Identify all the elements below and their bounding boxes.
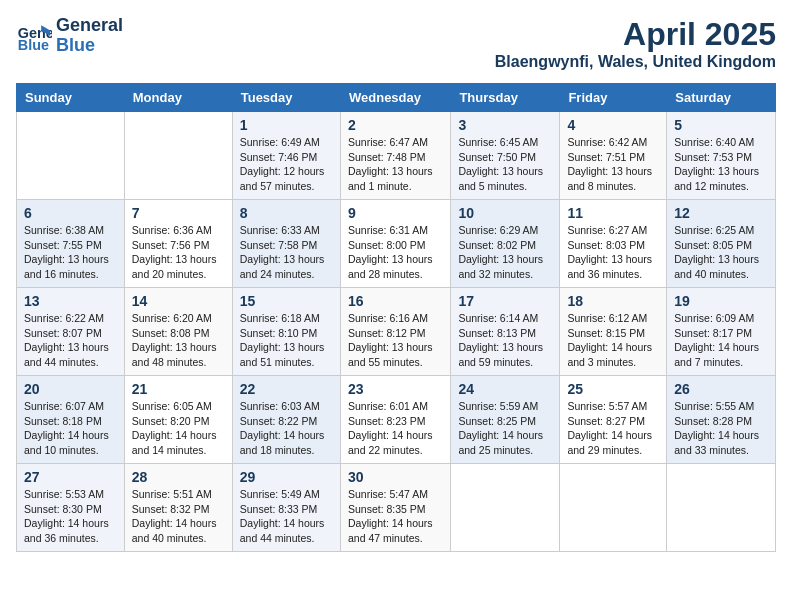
calendar-cell: 30Sunrise: 5:47 AM Sunset: 8:35 PM Dayli… (340, 464, 450, 552)
day-number: 20 (24, 381, 117, 397)
day-number: 24 (458, 381, 552, 397)
day-number: 11 (567, 205, 659, 221)
calendar-cell: 4Sunrise: 6:42 AM Sunset: 7:51 PM Daylig… (560, 112, 667, 200)
calendar-week-5: 27Sunrise: 5:53 AM Sunset: 8:30 PM Dayli… (17, 464, 776, 552)
calendar-cell: 20Sunrise: 6:07 AM Sunset: 8:18 PM Dayli… (17, 376, 125, 464)
day-number: 8 (240, 205, 333, 221)
weekday-header-thursday: Thursday (451, 84, 560, 112)
calendar-cell: 5Sunrise: 6:40 AM Sunset: 7:53 PM Daylig… (667, 112, 776, 200)
title-block: April 2025 Blaengwynfi, Wales, United Ki… (495, 16, 776, 71)
calendar-cell: 12Sunrise: 6:25 AM Sunset: 8:05 PM Dayli… (667, 200, 776, 288)
calendar-cell: 21Sunrise: 6:05 AM Sunset: 8:20 PM Dayli… (124, 376, 232, 464)
day-number: 13 (24, 293, 117, 309)
calendar-cell: 25Sunrise: 5:57 AM Sunset: 8:27 PM Dayli… (560, 376, 667, 464)
day-number: 15 (240, 293, 333, 309)
day-info: Sunrise: 5:53 AM Sunset: 8:30 PM Dayligh… (24, 487, 117, 546)
calendar-cell: 18Sunrise: 6:12 AM Sunset: 8:15 PM Dayli… (560, 288, 667, 376)
weekday-header-saturday: Saturday (667, 84, 776, 112)
calendar-cell: 17Sunrise: 6:14 AM Sunset: 8:13 PM Dayli… (451, 288, 560, 376)
day-info: Sunrise: 6:07 AM Sunset: 8:18 PM Dayligh… (24, 399, 117, 458)
day-number: 16 (348, 293, 443, 309)
calendar-cell (560, 464, 667, 552)
day-info: Sunrise: 5:59 AM Sunset: 8:25 PM Dayligh… (458, 399, 552, 458)
day-number: 1 (240, 117, 333, 133)
calendar-cell: 10Sunrise: 6:29 AM Sunset: 8:02 PM Dayli… (451, 200, 560, 288)
day-number: 14 (132, 293, 225, 309)
day-info: Sunrise: 6:16 AM Sunset: 8:12 PM Dayligh… (348, 311, 443, 370)
day-info: Sunrise: 6:36 AM Sunset: 7:56 PM Dayligh… (132, 223, 225, 282)
calendar-cell: 19Sunrise: 6:09 AM Sunset: 8:17 PM Dayli… (667, 288, 776, 376)
day-info: Sunrise: 6:14 AM Sunset: 8:13 PM Dayligh… (458, 311, 552, 370)
weekday-header-sunday: Sunday (17, 84, 125, 112)
calendar-cell: 28Sunrise: 5:51 AM Sunset: 8:32 PM Dayli… (124, 464, 232, 552)
day-info: Sunrise: 6:31 AM Sunset: 8:00 PM Dayligh… (348, 223, 443, 282)
day-info: Sunrise: 6:03 AM Sunset: 8:22 PM Dayligh… (240, 399, 333, 458)
weekday-header-monday: Monday (124, 84, 232, 112)
calendar-week-3: 13Sunrise: 6:22 AM Sunset: 8:07 PM Dayli… (17, 288, 776, 376)
calendar-cell: 2Sunrise: 6:47 AM Sunset: 7:48 PM Daylig… (340, 112, 450, 200)
day-info: Sunrise: 6:40 AM Sunset: 7:53 PM Dayligh… (674, 135, 768, 194)
day-number: 23 (348, 381, 443, 397)
day-number: 30 (348, 469, 443, 485)
calendar-cell: 26Sunrise: 5:55 AM Sunset: 8:28 PM Dayli… (667, 376, 776, 464)
day-info: Sunrise: 6:27 AM Sunset: 8:03 PM Dayligh… (567, 223, 659, 282)
calendar-cell: 14Sunrise: 6:20 AM Sunset: 8:08 PM Dayli… (124, 288, 232, 376)
day-number: 12 (674, 205, 768, 221)
calendar-cell (451, 464, 560, 552)
day-info: Sunrise: 6:01 AM Sunset: 8:23 PM Dayligh… (348, 399, 443, 458)
calendar-cell: 23Sunrise: 6:01 AM Sunset: 8:23 PM Dayli… (340, 376, 450, 464)
page-header: General Blue General Blue April 2025 Bla… (16, 16, 776, 71)
day-info: Sunrise: 6:49 AM Sunset: 7:46 PM Dayligh… (240, 135, 333, 194)
calendar-week-1: 1Sunrise: 6:49 AM Sunset: 7:46 PM Daylig… (17, 112, 776, 200)
calendar-cell: 22Sunrise: 6:03 AM Sunset: 8:22 PM Dayli… (232, 376, 340, 464)
day-info: Sunrise: 5:55 AM Sunset: 8:28 PM Dayligh… (674, 399, 768, 458)
calendar-cell: 9Sunrise: 6:31 AM Sunset: 8:00 PM Daylig… (340, 200, 450, 288)
calendar-cell (17, 112, 125, 200)
day-info: Sunrise: 5:57 AM Sunset: 8:27 PM Dayligh… (567, 399, 659, 458)
calendar-cell: 8Sunrise: 6:33 AM Sunset: 7:58 PM Daylig… (232, 200, 340, 288)
day-number: 2 (348, 117, 443, 133)
month-year-title: April 2025 (495, 16, 776, 53)
day-info: Sunrise: 6:38 AM Sunset: 7:55 PM Dayligh… (24, 223, 117, 282)
day-info: Sunrise: 6:25 AM Sunset: 8:05 PM Dayligh… (674, 223, 768, 282)
calendar-cell (124, 112, 232, 200)
day-number: 29 (240, 469, 333, 485)
logo-general: General (56, 16, 123, 36)
calendar-cell: 29Sunrise: 5:49 AM Sunset: 8:33 PM Dayli… (232, 464, 340, 552)
day-info: Sunrise: 6:47 AM Sunset: 7:48 PM Dayligh… (348, 135, 443, 194)
weekday-header-row: SundayMondayTuesdayWednesdayThursdayFrid… (17, 84, 776, 112)
calendar-cell: 16Sunrise: 6:16 AM Sunset: 8:12 PM Dayli… (340, 288, 450, 376)
day-number: 19 (674, 293, 768, 309)
weekday-header-wednesday: Wednesday (340, 84, 450, 112)
calendar-cell: 24Sunrise: 5:59 AM Sunset: 8:25 PM Dayli… (451, 376, 560, 464)
calendar-cell: 11Sunrise: 6:27 AM Sunset: 8:03 PM Dayli… (560, 200, 667, 288)
day-number: 26 (674, 381, 768, 397)
day-info: Sunrise: 6:09 AM Sunset: 8:17 PM Dayligh… (674, 311, 768, 370)
calendar-cell: 27Sunrise: 5:53 AM Sunset: 8:30 PM Dayli… (17, 464, 125, 552)
location-subtitle: Blaengwynfi, Wales, United Kingdom (495, 53, 776, 71)
calendar-cell: 15Sunrise: 6:18 AM Sunset: 8:10 PM Dayli… (232, 288, 340, 376)
day-info: Sunrise: 5:47 AM Sunset: 8:35 PM Dayligh… (348, 487, 443, 546)
weekday-header-friday: Friday (560, 84, 667, 112)
calendar-table: SundayMondayTuesdayWednesdayThursdayFrid… (16, 83, 776, 552)
svg-text:Blue: Blue (18, 37, 49, 53)
calendar-cell (667, 464, 776, 552)
day-info: Sunrise: 5:49 AM Sunset: 8:33 PM Dayligh… (240, 487, 333, 546)
logo-blue: Blue (56, 36, 123, 56)
day-info: Sunrise: 5:51 AM Sunset: 8:32 PM Dayligh… (132, 487, 225, 546)
day-number: 18 (567, 293, 659, 309)
calendar-cell: 1Sunrise: 6:49 AM Sunset: 7:46 PM Daylig… (232, 112, 340, 200)
calendar-week-2: 6Sunrise: 6:38 AM Sunset: 7:55 PM Daylig… (17, 200, 776, 288)
day-number: 21 (132, 381, 225, 397)
day-number: 5 (674, 117, 768, 133)
day-number: 27 (24, 469, 117, 485)
day-info: Sunrise: 6:33 AM Sunset: 7:58 PM Dayligh… (240, 223, 333, 282)
day-number: 28 (132, 469, 225, 485)
day-number: 22 (240, 381, 333, 397)
weekday-header-tuesday: Tuesday (232, 84, 340, 112)
day-info: Sunrise: 6:12 AM Sunset: 8:15 PM Dayligh… (567, 311, 659, 370)
logo: General Blue General Blue (16, 16, 123, 56)
day-info: Sunrise: 6:42 AM Sunset: 7:51 PM Dayligh… (567, 135, 659, 194)
calendar-week-4: 20Sunrise: 6:07 AM Sunset: 8:18 PM Dayli… (17, 376, 776, 464)
day-number: 6 (24, 205, 117, 221)
